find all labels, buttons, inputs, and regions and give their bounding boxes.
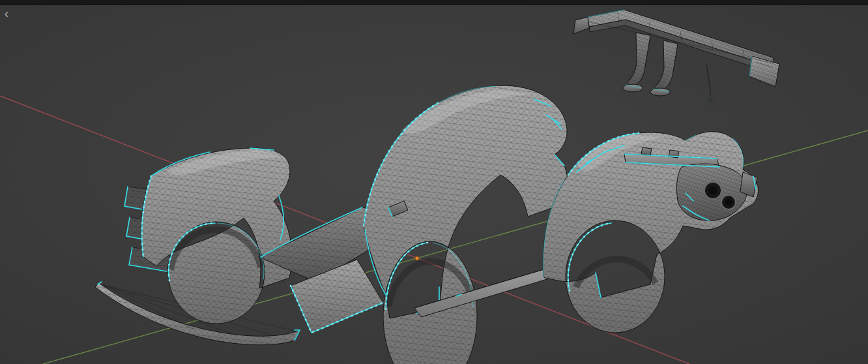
origin-dot [415, 256, 419, 260]
rear-lip-tab-1 [641, 147, 652, 155]
exhaust-pipe-left-bore [709, 187, 717, 195]
viewport-canvas[interactable] [0, 0, 868, 364]
blender-3d-viewport-window: ‹ [0, 0, 868, 364]
window-top-bar [0, 0, 868, 5]
panel-collapse-arrow[interactable]: ‹ [1, 6, 12, 20]
exhaust-pipe-right-bore [725, 199, 732, 206]
